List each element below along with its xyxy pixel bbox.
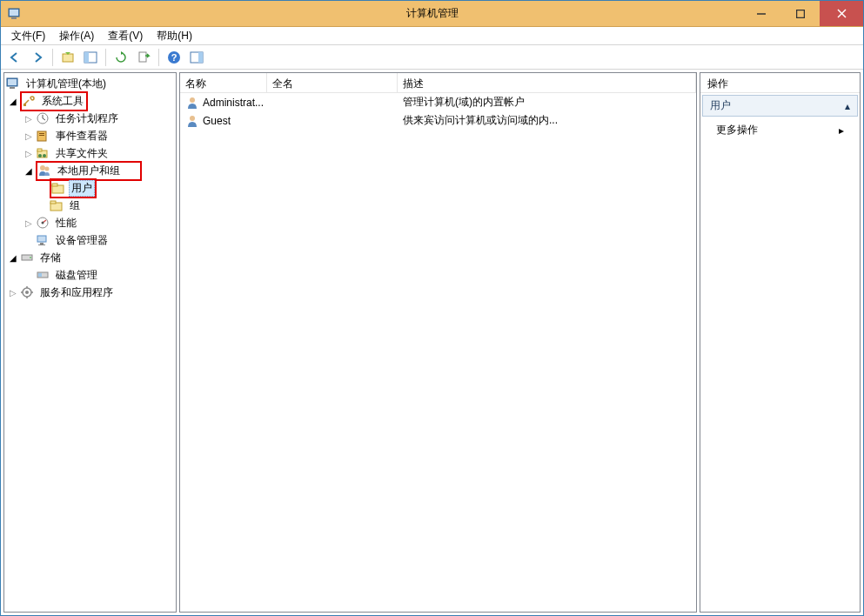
toolbar: ?	[1, 45, 863, 70]
svg-rect-36	[40, 243, 44, 244]
submenu-icon: ▸	[839, 124, 844, 137]
event-viewer-icon	[36, 129, 50, 143]
tree-pane[interactable]: 计算机管理(本地) ◢ 系统工具 ▷ 任务计划程序 ▷ 事件查看器 ▷ 共享文件…	[3, 72, 177, 613]
close-button[interactable]	[820, 1, 863, 26]
back-button[interactable]	[4, 47, 25, 68]
disk-icon	[36, 268, 50, 282]
svg-rect-35	[37, 236, 46, 242]
svg-rect-7	[63, 54, 73, 62]
list-row[interactable]: Guest 供来宾访问计算机或访问域的内...	[180, 111, 696, 130]
menu-view[interactable]: 查看(V)	[101, 27, 150, 45]
svg-point-39	[30, 257, 31, 258]
services-icon	[20, 285, 34, 299]
svg-rect-22	[39, 135, 44, 136]
svg-rect-4	[796, 10, 804, 17]
user-icon	[185, 114, 199, 128]
svg-rect-1	[10, 10, 18, 16]
tree-device-manager[interactable]: 设备管理器	[4, 231, 176, 249]
cell-name: Administrat...	[180, 96, 267, 110]
user-name: Guest	[203, 115, 231, 127]
expander-icon[interactable]: ▷	[8, 287, 18, 298]
content-area: 计算机管理(本地) ◢ 系统工具 ▷ 任务计划程序 ▷ 事件查看器 ▷ 共享文件…	[1, 70, 863, 615]
list-row[interactable]: Administrat... 管理计算机(域)的内置帐户	[180, 93, 696, 111]
svg-rect-21	[39, 133, 44, 134]
menu-file[interactable]: 文件(F)	[4, 27, 52, 45]
tree-label: 计算机管理(本地)	[23, 76, 109, 92]
svg-rect-24	[37, 149, 42, 151]
expander-icon[interactable]: ▷	[23, 131, 34, 141]
show-hide-tree-button[interactable]	[80, 47, 101, 68]
tree-label: 组	[67, 198, 83, 214]
list-body[interactable]: Administrat... 管理计算机(域)的内置帐户 Guest 供来宾访问…	[180, 93, 696, 612]
expander-icon[interactable]: ▷	[23, 218, 34, 228]
up-button[interactable]	[57, 47, 78, 68]
toolbar-separator	[52, 49, 53, 66]
svg-point-28	[45, 167, 50, 171]
tree-services-apps[interactable]: ▷ 服务和应用程序	[4, 284, 176, 301]
tree-label: 存储	[37, 250, 64, 266]
help-button[interactable]: ?	[164, 47, 184, 68]
tree-local-users-groups[interactable]: ◢ 本地用户和组	[4, 162, 176, 179]
expander-icon[interactable]: ◢	[8, 252, 18, 263]
column-fullname[interactable]: 全名	[267, 73, 398, 92]
refresh-button[interactable]	[111, 47, 131, 68]
tree-groups[interactable]: 组	[4, 197, 176, 214]
tree-disk-management[interactable]: 磁盘管理	[4, 266, 176, 284]
user-name: Administrat...	[203, 97, 264, 109]
titlebar: 计算机管理	[1, 1, 863, 27]
tree-users[interactable]: 用户	[4, 179, 176, 197]
tree-performance[interactable]: ▷ 性能	[4, 214, 176, 231]
svg-point-44	[190, 97, 195, 103]
tree-root[interactable]: 计算机管理(本地)	[4, 75, 176, 92]
action-section-users[interactable]: 用户 ▴	[702, 95, 858, 117]
expander-icon[interactable]: ◢	[23, 165, 34, 176]
svg-rect-41	[38, 273, 42, 277]
svg-rect-2	[11, 17, 17, 19]
svg-point-25	[38, 154, 42, 157]
clock-icon	[36, 111, 50, 125]
svg-rect-17	[10, 87, 15, 89]
tree-system-tools[interactable]: ◢ 系统工具	[4, 92, 176, 110]
tree-task-scheduler[interactable]: ▷ 任务计划程序	[4, 110, 176, 127]
forward-button[interactable]	[27, 47, 48, 68]
svg-point-26	[43, 154, 46, 157]
performance-icon	[36, 216, 50, 230]
expander-icon[interactable]: ◢	[8, 96, 18, 106]
collapse-icon: ▴	[845, 100, 850, 112]
show-action-pane-button[interactable]	[186, 47, 207, 68]
menu-help[interactable]: 帮助(H)	[150, 27, 199, 45]
svg-point-45	[190, 116, 195, 121]
tree-label: 设备管理器	[53, 232, 111, 249]
tree-event-viewer[interactable]: ▷ 事件查看器	[4, 127, 176, 144]
folder-icon	[50, 198, 64, 212]
svg-rect-16	[8, 79, 17, 85]
tree-shared-folders[interactable]: ▷ 共享文件夹	[4, 144, 176, 162]
maximize-button[interactable]	[780, 1, 820, 26]
user-icon	[185, 96, 199, 110]
action-pane-header: 操作	[700, 73, 860, 93]
storage-icon	[20, 251, 34, 264]
tree-label: 事件查看器	[53, 128, 111, 144]
svg-rect-14	[198, 52, 203, 63]
expander-icon[interactable]: ▷	[23, 148, 34, 158]
tree-label: 任务计划程序	[53, 110, 121, 127]
action-more[interactable]: 更多操作 ▸	[700, 118, 860, 142]
tree-storage[interactable]: ◢ 存储	[4, 249, 176, 266]
export-button[interactable]	[133, 47, 154, 68]
svg-rect-10	[139, 52, 146, 62]
cell-name: Guest	[180, 114, 267, 128]
menu-action[interactable]: 操作(A)	[52, 27, 101, 45]
app-icon	[8, 7, 22, 21]
tools-icon	[22, 94, 36, 108]
folder-icon	[51, 181, 65, 195]
shared-folder-icon	[36, 146, 50, 160]
column-name[interactable]: 名称	[180, 73, 267, 92]
tree-label: 用户	[69, 180, 95, 197]
expander-icon[interactable]: ▷	[23, 113, 34, 124]
toolbar-separator	[105, 49, 106, 66]
users-groups-icon	[37, 164, 51, 177]
svg-rect-18	[23, 104, 26, 106]
minimize-button[interactable]	[741, 1, 780, 26]
column-description[interactable]: 描述	[398, 73, 696, 92]
tree-label: 系统工具	[39, 93, 86, 110]
